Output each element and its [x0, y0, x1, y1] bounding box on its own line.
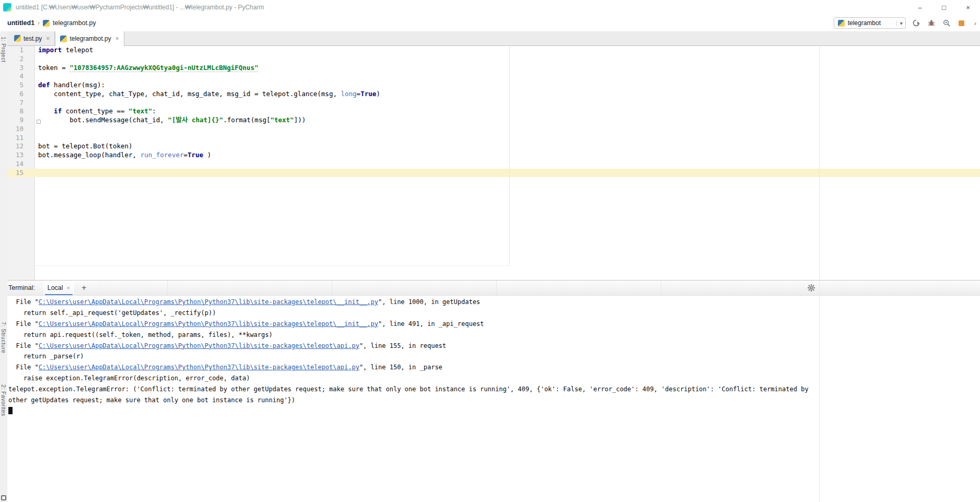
minimize-button[interactable]: –	[908, 0, 932, 15]
code-segment	[38, 107, 54, 115]
code-segment: ]))	[294, 116, 306, 124]
toolbar-overflow-icon[interactable]: ›	[974, 19, 976, 27]
code-segment: ", line 1000, in getUpdates	[378, 298, 480, 306]
line-number[interactable]: 9	[7, 116, 34, 125]
code-line[interactable]	[36, 72, 980, 81]
close-terminal-tab-icon[interactable]: ×	[67, 285, 70, 291]
code-segment: :	[152, 107, 156, 115]
terminal-line: other getUpdates request; make sure that…	[8, 395, 980, 406]
line-number[interactable]: 11	[7, 134, 34, 143]
navigation-bar: untitled1 › telegrambot.py telegrambot ▾	[0, 15, 980, 31]
run-with-coverage-button[interactable]	[942, 18, 951, 28]
code-segment: if	[54, 107, 62, 115]
close-icon: ×	[966, 4, 970, 11]
code-segment: bot.message_loop(handler,	[38, 151, 141, 159]
line-number-value: 9	[19, 116, 24, 124]
code-line[interactable]: bot = telepot.Bot(token)	[36, 142, 980, 151]
line-number[interactable]: 1	[7, 46, 34, 55]
code-segment: .format(msg[	[223, 116, 270, 124]
breadcrumb-file[interactable]: telegrambot.py	[53, 19, 96, 27]
code-segment: =	[357, 90, 361, 98]
python-file-icon	[60, 36, 67, 42]
run-toolbar: telegrambot ▾ ›	[834, 17, 978, 29]
line-number-value: 1	[19, 46, 24, 54]
line-number[interactable]: 10	[7, 125, 34, 134]
line-number[interactable]: 14	[7, 160, 34, 169]
line-number-value: 5	[19, 81, 24, 89]
terminal-settings-button[interactable]	[807, 284, 815, 294]
code-segment: telepot	[62, 46, 93, 54]
code-segment: "text"	[270, 116, 294, 124]
code-line[interactable]	[36, 134, 980, 143]
sidebar-item-favorites[interactable]: 2: Favorites	[1, 384, 7, 416]
code-line[interactable]: bot.sendMessage(chat_id, "[발사 chat]{}".f…	[36, 116, 980, 125]
terminal-panel: Terminal: Local × +	[7, 280, 980, 502]
code-line[interactable]: import telepot	[36, 46, 980, 55]
stop-button[interactable]	[957, 18, 966, 28]
line-number[interactable]: 7	[7, 99, 34, 108]
terminal-line: return _parse(r)	[8, 351, 980, 362]
line-number[interactable]: 5▾	[7, 81, 34, 90]
maximize-button[interactable]: □	[932, 0, 956, 15]
code-segment: token =	[38, 64, 69, 72]
code-segment: ", line 491, in _api_request	[378, 320, 484, 328]
line-number[interactable]: 6	[7, 90, 34, 99]
code-line[interactable]	[36, 160, 980, 169]
code-segment: return _parse(r)	[8, 353, 84, 360]
new-terminal-session-button[interactable]: +	[81, 283, 86, 293]
code-editor[interactable]: 12345▾6789101112131415 import telepottok…	[7, 46, 980, 280]
line-number[interactable]: 12	[7, 142, 34, 151]
rerun-icon	[912, 19, 920, 27]
line-number-value: 3	[19, 64, 24, 72]
line-number[interactable]: 4	[7, 72, 34, 81]
close-tab-icon[interactable]: ×	[46, 35, 50, 42]
line-number-value: 10	[16, 125, 24, 133]
run-configuration-select[interactable]: telegrambot ▾	[834, 17, 906, 29]
terminal-header: Terminal: Local × +	[7, 281, 980, 296]
line-number-value: 4	[19, 72, 24, 80]
code-segment: "1078364957:AAGzwwykXQGtya0gi-nUtzLMLcBN…	[69, 64, 258, 72]
code-line[interactable]	[36, 55, 980, 64]
code-line[interactable]: if content_type == "text":	[36, 107, 980, 116]
code-line[interactable]	[36, 99, 980, 108]
editor-and-terminal-column: test.py × telegrambot.py × 12345▾6789101…	[7, 31, 980, 502]
coverage-icon	[942, 19, 951, 27]
code-line[interactable]: bot.message_loop(handler, run_forever=Tr…	[36, 151, 980, 160]
code-line[interactable]	[36, 125, 980, 134]
code-line[interactable]: token = "1078364957:AAGzwwykXQGtya0gi-nU…	[36, 64, 980, 73]
terminal-line: File "C:\Users\user\AppData\Local\Progra…	[8, 319, 980, 330]
tab-telegrambot-py[interactable]: telegrambot.py ×	[55, 31, 124, 46]
line-number[interactable]: 15	[7, 169, 34, 178]
terminal-tab-local[interactable]: Local ×	[43, 281, 74, 295]
terminal-line: return self._api_request('getUpdates', _…	[8, 308, 980, 319]
file-link[interactable]: C:\Users\user\AppData\Local\Programs\Pyt…	[39, 364, 359, 371]
maximize-icon: □	[942, 4, 946, 11]
close-tab-icon[interactable]: ×	[115, 35, 119, 42]
editor-bottom-line	[7, 265, 509, 266]
line-number-value: 6	[19, 90, 24, 98]
stop-icon	[959, 20, 964, 26]
close-button[interactable]: ×	[956, 0, 980, 15]
terminal-output[interactable]: File "C:\Users\user\AppData\Local\Progra…	[7, 296, 980, 502]
toolwindow-toggle-icon[interactable]	[1, 495, 6, 500]
breadcrumb-project[interactable]: untitled1	[7, 19, 34, 27]
rerun-button[interactable]	[912, 18, 921, 28]
code-line[interactable]: content_type, chat_Type, chat_id, msg_da…	[36, 90, 980, 99]
code-segment: return self._api_request('getUpdates', _…	[8, 309, 216, 317]
sidebar-item-structure[interactable]: 7: Structure	[1, 322, 7, 353]
code-line[interactable]: def handler(msg):	[36, 81, 980, 90]
tab-test-py[interactable]: test.py ×	[9, 31, 55, 45]
line-number[interactable]: 2	[7, 55, 34, 64]
sidebar-item-project[interactable]: 1: Project	[1, 37, 7, 62]
file-link[interactable]: C:\Users\user\AppData\Local\Programs\Pyt…	[39, 320, 378, 328]
line-number[interactable]: 13	[7, 151, 34, 160]
code-segment: ", line 155, in request	[359, 342, 446, 349]
file-link[interactable]: C:\Users\user\AppData\Local\Programs\Pyt…	[39, 342, 359, 349]
debug-button[interactable]	[927, 18, 936, 28]
code-segment: =	[183, 151, 188, 159]
header-separator	[661, 281, 661, 295]
line-number[interactable]: 8	[7, 107, 34, 116]
code-line[interactable]	[36, 169, 980, 178]
line-number[interactable]: 3	[7, 64, 34, 73]
file-link[interactable]: C:\Users\user\AppData\Local\Programs\Pyt…	[39, 298, 378, 306]
